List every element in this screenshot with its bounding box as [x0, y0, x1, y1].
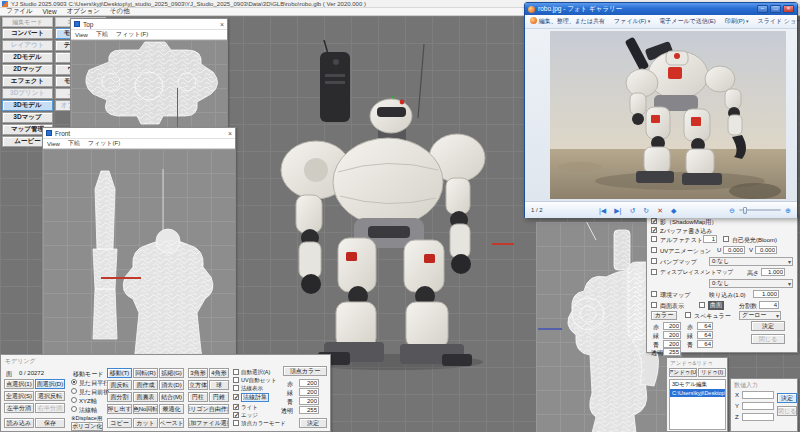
vc-green-value[interactable] — [299, 388, 319, 396]
select-all-button[interactable]: 全選択(S) — [4, 391, 34, 401]
face-select-button[interactable]: 面選択(D) — [35, 379, 65, 389]
display-icon[interactable]: ◆ — [671, 207, 676, 214]
front-view-menu-fit[interactable]: フィット(F) — [88, 139, 120, 148]
zoom-in-icon[interactable]: ⊕ — [785, 207, 791, 214]
edit-organize-share-button[interactable]: 編集、整理、または共有 — [530, 17, 605, 26]
cylinder-button[interactable]: 円柱 — [188, 392, 208, 402]
show-normals-checkbox[interactable] — [233, 385, 239, 391]
point-select-button[interactable]: 点選択(1) — [4, 379, 34, 389]
front-view-menu-underlay[interactable]: 下絵 — [68, 139, 80, 148]
move-mode-depth-radio[interactable] — [71, 388, 77, 394]
spec-blue[interactable] — [697, 340, 713, 348]
zoom-slider[interactable] — [739, 209, 781, 211]
bump-select[interactable]: 0:なし — [709, 257, 793, 266]
slideshow-button[interactable]: スライド ショー(S) — [758, 17, 800, 26]
sidebar-item-2dmap[interactable]: 2Dマップ — [2, 64, 53, 75]
next-photo-icon[interactable]: ▶| — [614, 207, 621, 214]
reflect-value[interactable] — [753, 290, 779, 298]
sidebar-item-3dmodel[interactable]: 3Dモデル — [2, 100, 53, 111]
specular-checkbox[interactable] — [685, 312, 691, 318]
menu-view[interactable]: View — [43, 8, 57, 15]
color-button[interactable]: カラー — [651, 311, 677, 320]
rotate-left-icon[interactable]: ↺ — [629, 207, 635, 214]
zoom-slider-thumb[interactable] — [743, 207, 747, 214]
front-view-menu-view[interactable]: View — [47, 141, 60, 147]
delete-photo-icon[interactable]: ✕ — [657, 207, 663, 214]
rotate-right-icon[interactable]: ↻ — [643, 207, 649, 214]
top-view-menu-fit[interactable]: フィット(F) — [116, 30, 148, 39]
cut-button[interactable]: カット — [133, 418, 158, 428]
menu-others[interactable]: その他 — [110, 7, 130, 16]
color-rotate-button[interactable]: 色No回転 — [133, 404, 158, 414]
divide-face-button[interactable]: 面分割 — [107, 392, 132, 402]
undo-history-item-selected[interactable]: C:\Users\kyji\Desktop\yj.. — [670, 389, 725, 397]
alpha-test-value[interactable] — [703, 235, 717, 243]
curved-checkbox[interactable] — [699, 302, 705, 308]
displacement-select[interactable]: 0:なし — [709, 279, 793, 288]
shaded-robot-model[interactable] — [228, 40, 498, 370]
polygonize-button[interactable]: ポリゴン化 — [71, 422, 103, 431]
displacement-checkbox[interactable] — [651, 269, 657, 275]
shading-select[interactable]: グーロー — [739, 311, 781, 320]
erase-left-half-button[interactable]: 左半分消 — [4, 403, 34, 413]
join-button[interactable]: 結合(M) — [159, 392, 184, 402]
light-checkbox[interactable] — [233, 404, 239, 410]
uv-anim-checkbox[interactable] — [651, 247, 657, 253]
height-value[interactable] — [761, 268, 785, 276]
curved-label[interactable]: 曲面 — [708, 301, 724, 310]
zoom-out-icon[interactable]: ⊖ — [729, 207, 735, 214]
top-view-titlebar[interactable]: Top × — [71, 19, 227, 30]
mat-red-1[interactable] — [663, 322, 681, 330]
robot-photo[interactable] — [550, 31, 786, 199]
auto-select-checkbox[interactable] — [233, 369, 239, 375]
vertex-color-mode-checkbox[interactable] — [233, 420, 239, 426]
maximize-icon[interactable] — [770, 5, 781, 13]
sidebar-item-2dmodel[interactable]: 2Dモデル — [2, 52, 53, 63]
zbuffer-checkbox[interactable] — [651, 227, 657, 233]
move-mode-normal-radio[interactable] — [71, 406, 77, 412]
file-menu-button[interactable]: ファイル(F) — [614, 17, 650, 26]
top-view-menu-underlay[interactable]: 下絵 — [96, 30, 108, 39]
undo-button[interactable]: アンドゥ(U) — [669, 368, 697, 377]
triangle-button[interactable]: 3角形 — [188, 368, 208, 378]
shadow-checkbox[interactable] — [651, 218, 657, 224]
free-polygon-button[interactable]: ポリゴン自由作成 — [188, 404, 229, 414]
spec-green[interactable] — [697, 331, 713, 339]
copy-button[interactable]: コピー — [107, 418, 132, 428]
menu-file[interactable]: ファイル — [6, 7, 33, 16]
env-map-checkbox[interactable] — [651, 291, 657, 297]
scale-button[interactable]: 拡縮(G) — [159, 368, 184, 378]
face-sides-button[interactable]: 面裏表 — [133, 392, 158, 402]
load-button[interactable]: 読み込み — [4, 418, 34, 428]
mat-blue-1[interactable] — [663, 340, 681, 348]
save-button[interactable]: 保存 — [35, 418, 65, 428]
top-view-menu-view[interactable]: View — [75, 32, 88, 38]
cube-button[interactable]: 立方体 — [188, 380, 208, 390]
redo-button[interactable]: リドゥ(I) — [698, 368, 726, 377]
erase-button[interactable]: 消去(D) — [159, 380, 184, 390]
mat-green-1[interactable] — [663, 331, 681, 339]
front-view-titlebar[interactable]: Front × — [43, 128, 235, 139]
alpha-test-checkbox[interactable] — [651, 236, 657, 242]
uv-auto-checkbox[interactable] — [233, 377, 239, 383]
move-mode-parallel-radio[interactable] — [71, 379, 77, 385]
normal-calc-checkbox[interactable] — [233, 394, 239, 400]
material-ok-button[interactable]: 決定 — [751, 321, 785, 331]
paste-button[interactable]: ペースト — [159, 418, 184, 428]
quad-button[interactable]: 4角形 — [209, 368, 229, 378]
vertex-color-button[interactable]: 頂点カラー — [283, 366, 327, 376]
rotate-button[interactable]: 回転(R) — [133, 368, 158, 378]
bloom-checkbox[interactable] — [723, 236, 729, 242]
front-view-close-icon[interactable]: × — [228, 130, 232, 137]
flip-face-button[interactable]: 面反転 — [107, 380, 132, 390]
add-file-button[interactable]: 追加ファイル選択 — [188, 418, 229, 428]
vertex-color-ok-button[interactable]: 決定 — [299, 418, 327, 428]
normal-calc-button[interactable]: 法線計算 — [241, 393, 269, 402]
cone-button[interactable]: 円錐 — [209, 392, 229, 402]
numeric-ok-button[interactable]: 決定 — [777, 393, 797, 403]
z-input[interactable] — [742, 413, 774, 421]
sphere-button[interactable]: 球 — [209, 380, 229, 390]
previous-photo-icon[interactable]: |◀ — [599, 207, 606, 214]
x-input[interactable] — [742, 391, 774, 399]
divisions-value[interactable] — [759, 301, 779, 309]
